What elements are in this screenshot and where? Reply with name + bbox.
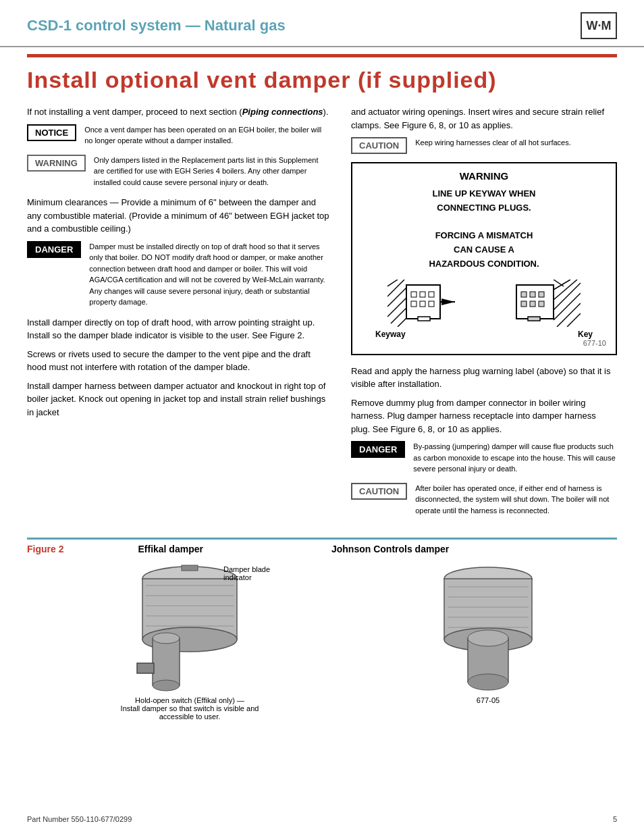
svg-line-1	[387, 280, 404, 296]
logo-text: W·M	[587, 19, 612, 33]
svg-rect-21	[530, 301, 535, 307]
svg-line-3	[387, 296, 408, 317]
page-title: Install optional vent damper (if supplie…	[27, 67, 617, 93]
svg-rect-22	[539, 301, 544, 307]
page-number: 5	[613, 815, 617, 823]
figure-header: Figure 2 Effikal damper Johnson Controls…	[27, 540, 617, 554]
svg-rect-17	[521, 292, 527, 297]
danger2-text: By-passing (jumpering) damper will cause…	[413, 441, 617, 475]
keyway-svg-right	[513, 280, 581, 327]
two-col-layout: If not installing a vent damper, proceed…	[27, 105, 617, 524]
install-p1: Install damper directly on top of draft …	[27, 316, 331, 342]
svg-rect-13	[418, 317, 430, 321]
blade-indicator-label: Damper blade indicator	[223, 565, 284, 581]
svg-rect-19	[539, 292, 544, 297]
svg-rect-40	[153, 638, 180, 685]
svg-line-24	[554, 280, 564, 286]
install-p2: Screws or rivets used to secure the damp…	[27, 348, 331, 374]
min-clearances-text: Minimum clearances — Provide a minimum o…	[27, 196, 331, 236]
svg-rect-20	[521, 301, 527, 307]
svg-rect-43	[137, 663, 154, 673]
figure2-section: Figure 2 Effikal damper Johnson Controls…	[27, 538, 617, 721]
svg-rect-10	[411, 301, 417, 307]
title-bar	[27, 54, 617, 57]
hold-open-note: Hold-open switch (Effikal only) — Instal…	[109, 696, 271, 721]
install-p3: Install damper harness between damper ac…	[27, 380, 331, 419]
svg-point-42	[153, 680, 180, 691]
caution2-block: CAUTION After boiler has operated once, …	[351, 483, 617, 517]
johnson-damper: 677-05	[414, 558, 562, 704]
page-header: CSD-1 control system — Natural gas W·M	[0, 0, 644, 47]
wf-body: LINE UP KEYWAY WHEN CONNECTING PLUGS. FO…	[362, 187, 606, 271]
svg-rect-8	[420, 292, 425, 297]
johnson-title: Johnson Controls damper	[331, 544, 449, 554]
key-label: Key	[578, 330, 593, 339]
warning-block: WARNING Only dampers listed in the Repla…	[27, 155, 331, 188]
caution1-block: CAUTION Keep wiring harnesses clear of a…	[351, 137, 617, 154]
svg-rect-23	[528, 317, 540, 321]
caution1-text: Keep wiring harnesses clear of all hot s…	[415, 137, 571, 149]
danger-badge: DANGER	[27, 241, 81, 258]
warning-frame: WARNING LINE UP KEYWAY WHEN CONNECTING P…	[351, 162, 617, 355]
fig-ref: 677-10	[362, 339, 606, 347]
danger2-badge: DANGER	[351, 441, 405, 458]
svg-line-2	[387, 286, 408, 307]
wf-title: WARNING	[362, 170, 606, 182]
page-wrapper: CSD-1 control system — Natural gas W·M I…	[0, 0, 644, 834]
right-p1: and actuator wiring openings. Insert wir…	[351, 105, 617, 132]
effikal-damper: Damper blade indicator Hold-open switch …	[82, 558, 298, 721]
notice-text: Once a vent damper has been operated on …	[84, 124, 331, 147]
page-footer: Part Number 550-110-677/0299 5	[0, 815, 644, 823]
svg-point-53	[468, 630, 508, 646]
svg-rect-9	[429, 292, 434, 297]
right-column: and actuator wiring openings. Insert wir…	[351, 105, 617, 524]
svg-rect-12	[429, 301, 434, 307]
svg-line-29	[557, 303, 581, 327]
caution1-badge: CAUTION	[351, 137, 407, 154]
svg-rect-18	[530, 292, 535, 297]
left-column: If not installing a vent damper, proceed…	[27, 105, 331, 524]
keyway-svg-left	[387, 280, 462, 327]
remove-text: Remove dummy plug from damper connector …	[351, 396, 617, 436]
danger-text: Damper must be installed directly on top…	[89, 241, 331, 308]
danger-block: DANGER Damper must be installed directly…	[27, 241, 331, 308]
keyway-diagram	[362, 280, 606, 327]
keyway-label: Keyway	[375, 330, 406, 339]
keyway-labels: Keyway Key	[362, 330, 606, 339]
svg-rect-11	[420, 301, 425, 307]
figure-label: Figure 2	[27, 544, 63, 554]
read-label: Read and apply the harness plug warning …	[351, 365, 617, 391]
warning-badge: WARNING	[27, 155, 86, 172]
effikal-title: Effikal damper	[138, 544, 203, 554]
figure-images: Damper blade indicator Hold-open switch …	[27, 558, 617, 721]
piping-link: Piping connections	[242, 107, 323, 117]
notice-badge: NOTICE	[27, 124, 76, 141]
part-number: Part Number 550-110-677/0299	[27, 815, 132, 823]
danger2-block: DANGER By-passing (jumpering) damper wil…	[351, 441, 617, 475]
svg-rect-7	[411, 292, 417, 297]
logo: W·M	[581, 12, 617, 39]
header-title: CSD-1 control system — Natural gas	[27, 17, 286, 34]
johnson-fignum: 677-05	[477, 696, 500, 704]
intro-text: If not installing a vent damper, proceed…	[27, 105, 331, 119]
warning-text: Only dampers listed in the Replacement p…	[94, 155, 331, 188]
notice-block: NOTICE Once a vent damper has been opera…	[27, 124, 331, 147]
svg-rect-39	[182, 565, 198, 571]
svg-point-41	[153, 633, 180, 644]
caution2-text: After boiler has operated once, if eithe…	[415, 483, 617, 517]
svg-line-4	[391, 307, 408, 323]
svg-point-54	[468, 674, 508, 690]
main-content: Install optional vent damper (if supplie…	[0, 47, 644, 734]
svg-line-0	[387, 280, 398, 286]
johnson-svg	[414, 558, 562, 694]
caution2-badge: CAUTION	[351, 483, 407, 500]
